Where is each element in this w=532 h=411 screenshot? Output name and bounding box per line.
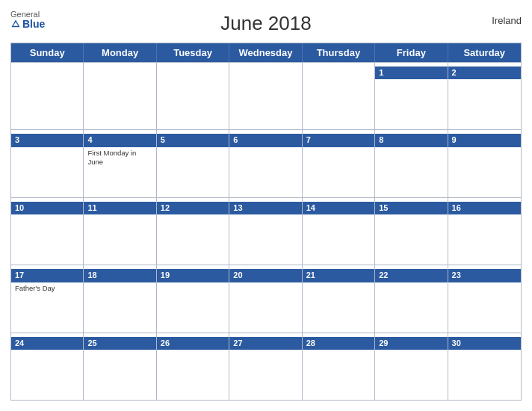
day-cell: 3 [11,130,84,197]
day-number: 20 [229,269,301,282]
event-text: First Monday in June [87,149,152,167]
calendar-header: General Blue June 2018 Ireland [10,7,522,38]
day-cell [303,63,375,129]
header-thursday: Thursday [303,43,375,62]
day-cell: 10 [11,198,84,265]
day-cell: 13 [229,198,302,265]
day-cell: 21 [303,265,375,332]
day-number: 28 [303,337,374,350]
day-cell: 7 [303,130,375,197]
day-cell: 17Father's Day [11,265,84,332]
day-cell: 2 [448,63,521,129]
day-number: 17 [11,269,83,282]
day-cell: 14 [303,198,375,265]
day-number: 13 [229,202,301,214]
day-cell: 22 [375,265,448,332]
header-saturday: Saturday [448,43,521,62]
day-cell: 8 [375,130,448,197]
day-number: 2 [448,67,521,79]
header-sunday: Sunday [11,43,84,62]
day-cell [11,63,84,129]
calendar-title: June 2018 [220,12,311,35]
day-number: 22 [375,269,447,282]
day-number: 15 [375,202,447,214]
day-number: 19 [157,269,229,282]
day-number: 14 [303,202,374,214]
day-cell [157,63,229,129]
day-number: 27 [229,337,301,350]
day-number: 26 [157,337,229,350]
day-number: 3 [11,134,83,146]
logo-icon [10,19,21,29]
day-cell: 26 [157,333,229,400]
day-number: 11 [84,202,155,214]
day-cell: 9 [448,130,521,197]
day-number: 7 [303,134,374,146]
week-row-5: 24252627282930 [11,333,521,400]
day-number: 10 [11,202,83,214]
country-label: Ireland [492,15,522,26]
day-cell: 15 [375,198,448,265]
header-monday: Monday [84,43,156,62]
day-cell: 30 [448,333,521,400]
day-cell: 5 [157,130,229,197]
day-cell [84,63,156,129]
day-number: 30 [448,337,521,350]
day-number: 21 [303,269,374,282]
day-cell: 18 [84,265,156,332]
day-cell: 6 [229,130,302,197]
day-number: 29 [375,337,447,350]
day-number: 4 [84,134,155,146]
day-number: 18 [84,269,155,282]
day-cell: 25 [84,333,156,400]
week-row-1: 12 [11,62,521,129]
day-cell: 28 [303,333,375,400]
day-number: 5 [157,134,229,146]
day-number: 24 [11,337,83,350]
day-cell: 1 [375,63,448,129]
day-number: 12 [157,202,229,214]
week-row-2: 34First Monday in June56789 [11,129,521,197]
day-number: 6 [229,134,301,146]
day-number: 1 [375,67,447,79]
calendar-weeks: 1234First Monday in June5678910111213141… [11,62,521,400]
day-number: 25 [84,337,155,350]
day-cell: 12 [157,198,229,265]
logo-blue-text: Blue [10,19,45,29]
day-number: 8 [375,134,447,146]
week-row-3: 10111213141516 [11,197,521,265]
header-friday: Friday [375,43,448,62]
day-cell: 4First Monday in June [84,130,156,197]
day-cell [229,63,302,129]
day-headers-row: Sunday Monday Tuesday Wednesday Thursday… [11,43,521,62]
day-cell: 16 [448,198,521,265]
calendar-grid: Sunday Monday Tuesday Wednesday Thursday… [10,43,522,401]
header-tuesday: Tuesday [157,43,229,62]
day-cell: 11 [84,198,156,265]
day-cell: 27 [229,333,302,400]
event-text: Father's Day [15,284,79,293]
logo: General Blue [10,10,45,29]
week-row-4: 17Father's Day181920212223 [11,265,521,332]
day-number: 9 [448,134,521,146]
day-cell: 24 [11,333,84,400]
header-wednesday: Wednesday [229,43,302,62]
day-cell: 23 [448,265,521,332]
day-number: 16 [448,202,521,214]
day-number: 23 [448,269,521,282]
day-cell: 19 [157,265,229,332]
day-cell: 29 [375,333,448,400]
day-cell: 20 [229,265,302,332]
